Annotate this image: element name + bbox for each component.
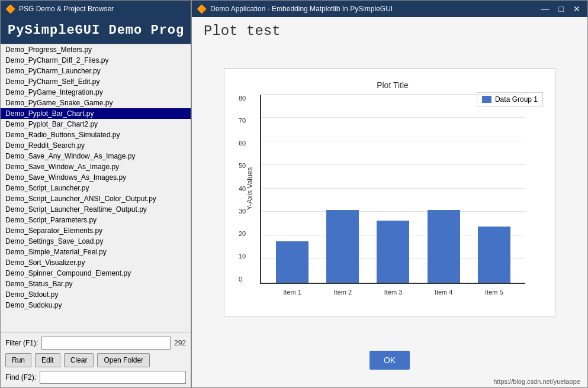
file-list-item[interactable]: Demo_Script_Launcher_Realtime_Output.py	[1, 204, 191, 215]
file-list-item[interactable]: Demo_Reddit_Search.py	[1, 140, 191, 151]
file-list-item[interactable]: Demo_Pyplot_Bar_Chart.py	[1, 108, 191, 119]
file-list-item[interactable]: Demo_Progress_Meters.py	[1, 44, 191, 55]
file-list-item[interactable]: Demo_Spinner_Compound_Element.py	[1, 268, 191, 279]
y-axis-ticks: 01020304050607080	[239, 95, 246, 283]
grid-line	[261, 211, 525, 212]
left-titlebar-icon: 🔶	[5, 4, 15, 14]
find-label: Find (F2):	[5, 373, 36, 381]
right-titlebar-icon: 🔶	[197, 4, 207, 14]
file-list[interactable]: Demo_Progress_Meters.pyDemo_PyCharm_Diff…	[1, 44, 191, 333]
bar-x-label: Item 3	[384, 289, 403, 296]
chart-title: Plot Title	[260, 80, 525, 90]
file-list-item[interactable]: Demo_Script_Launcher.py	[1, 183, 191, 193]
y-tick: 30	[239, 208, 246, 215]
file-list-item[interactable]: Demo_PyCharm_Diff_2_Files.py	[1, 55, 191, 66]
y-tick: 60	[239, 140, 246, 147]
filter-input[interactable]	[41, 337, 171, 350]
filter-label: Filter (F1):	[5, 339, 38, 347]
right-content: Plot test Plot Title Data Group 1 Y-Axis…	[192, 17, 587, 345]
bar-x-label: Item 5	[485, 289, 503, 296]
bar-group: Item 2	[326, 210, 359, 283]
open-folder-button[interactable]: Open Folder	[97, 353, 150, 367]
file-list-item[interactable]: Demo_Pyplot_Bar_Chart2.py	[1, 119, 191, 130]
bar	[276, 241, 309, 283]
file-list-item[interactable]: Demo_Settings_Save_Load.py	[1, 236, 191, 247]
right-window: 🔶 Demo Application - Embedding Matplotli…	[191, 0, 588, 388]
bar-group: Item 5	[478, 227, 510, 283]
file-list-item[interactable]: Demo_Stdout.py	[1, 289, 191, 300]
filter-row: Filter (F1): 292	[5, 337, 186, 350]
app-header: PySimpleGUI Demo Prog	[1, 17, 191, 44]
file-list-item[interactable]: Demo_PyGame_Snake_Game.py	[1, 98, 191, 108]
file-list-item[interactable]: Demo_Save_Windows_As_Images.py	[1, 172, 191, 183]
find-row: Find (F2):	[5, 371, 186, 384]
file-list-item[interactable]: Demo_Save_Any_Window_As_Image.py	[1, 151, 191, 161]
clear-button[interactable]: Clear	[64, 353, 94, 367]
titlebar-controls: — □ ✕	[539, 4, 583, 14]
left-titlebar-text: PSG Demo & Project Browser	[19, 5, 114, 13]
bar-group: Item 4	[428, 210, 460, 283]
y-tick: 50	[239, 162, 246, 169]
bar	[377, 221, 409, 283]
find-input[interactable]	[40, 371, 186, 384]
ok-button[interactable]: OK	[369, 351, 410, 370]
chart-container: Plot Title Data Group 1 Y-Axis Values 01…	[204, 45, 576, 339]
file-list-item[interactable]: Demo_Sudoku.py	[1, 300, 191, 311]
y-tick: 80	[239, 95, 246, 102]
y-tick: 40	[239, 185, 246, 192]
maximize-button[interactable]: □	[557, 4, 566, 14]
grid-line	[261, 117, 525, 118]
bar-x-label: Item 2	[333, 289, 352, 296]
filter-count: 292	[174, 339, 186, 347]
left-titlebar: 🔶 PSG Demo & Project Browser	[1, 1, 191, 17]
grid-line	[261, 94, 525, 95]
close-button[interactable]: ✕	[571, 4, 583, 14]
grid-line	[261, 188, 525, 189]
y-axis-label: Y-Axis Values	[246, 167, 254, 210]
file-list-item[interactable]: Demo_Separator_Elements.py	[1, 225, 191, 236]
file-list-item[interactable]: Demo_Status_Bar.py	[1, 279, 191, 289]
file-list-item[interactable]: Demo_Radio_Buttons_Simulated.py	[1, 130, 191, 140]
y-tick: 0	[239, 276, 246, 283]
y-tick: 10	[239, 253, 246, 260]
minimize-button[interactable]: —	[539, 4, 552, 14]
file-list-item[interactable]: Demo_Save_Window_As_Image.py	[1, 161, 191, 172]
file-list-item[interactable]: Demo_Script_Launcher_ANSI_Color_Output.p…	[1, 193, 191, 204]
bar-x-label: Item 4	[435, 289, 453, 296]
grid-line	[261, 164, 525, 165]
bottom-controls: Filter (F1): 292 Run Edit Clear Open Fol…	[1, 333, 191, 387]
file-list-item[interactable]: Demo_PyCharm_Self_Edit.py	[1, 76, 191, 87]
file-list-item[interactable]: Demo_Script_Parameters.py	[1, 215, 191, 225]
y-tick: 70	[239, 117, 246, 124]
bar-group: Item 3	[377, 221, 409, 283]
left-window: 🔶 PSG Demo & Project Browser PySimpleGUI…	[0, 0, 191, 388]
bar	[326, 210, 359, 283]
chart-area: Plot Title Data Group 1 Y-Axis Values 01…	[224, 68, 555, 316]
bar-group: Item 1	[276, 241, 309, 283]
file-list-item[interactable]: Demo_Sort_Visualizer.py	[1, 257, 191, 268]
button-row: Run Edit Clear Open Folder	[5, 353, 186, 367]
right-titlebar-left: 🔶 Demo Application - Embedding Matplotli…	[197, 4, 393, 14]
bar	[478, 227, 510, 283]
y-tick: 20	[239, 230, 246, 237]
file-list-item[interactable]: Demo_Simple_Material_Feel.py	[1, 247, 191, 257]
file-list-item[interactable]: Demo_PyGame_Integration.py	[1, 87, 191, 98]
file-list-item[interactable]: Demo_PyCharm_Launcher.py	[1, 66, 191, 76]
edit-button[interactable]: Edit	[35, 353, 60, 367]
bar-x-label: Item 1	[283, 289, 301, 296]
bar	[428, 210, 460, 283]
grid-line	[261, 141, 525, 141]
plot-heading: Plot test	[204, 23, 576, 39]
footer-url: https://blog.csdn.net/yuetaope	[192, 376, 587, 387]
right-titlebar-text: Demo Application - Embedding Matplotlib …	[210, 5, 393, 13]
ok-btn-row: OK	[192, 345, 587, 376]
chart-inner: Y-Axis Values 01020304050607080Item 1Ite…	[260, 95, 525, 284]
app-header-text: PySimpleGUI Demo Prog	[8, 23, 184, 38]
run-button[interactable]: Run	[5, 353, 31, 367]
right-titlebar: 🔶 Demo Application - Embedding Matplotli…	[192, 1, 587, 17]
